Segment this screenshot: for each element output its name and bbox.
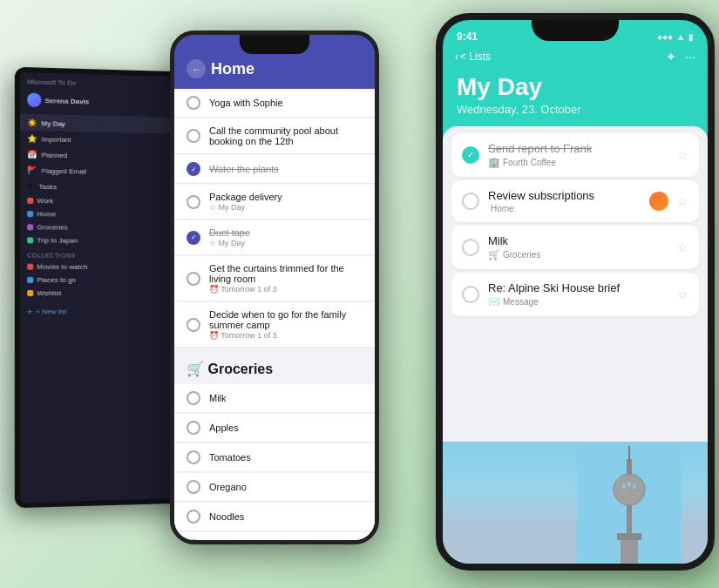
signal-icon: ●●● xyxy=(657,32,673,42)
pc-task-item[interactable]: Yoga with Sophie xyxy=(174,89,375,118)
task-avatar xyxy=(649,192,668,211)
grocery-checkbox[interactable] xyxy=(187,450,200,464)
pc-list-container: Yoga with Sophie Call the community pool… xyxy=(174,89,375,540)
task-sub: 🛒 Groceries xyxy=(488,249,668,260)
task-checkbox[interactable]: ✓ xyxy=(187,162,200,176)
list-color-dot xyxy=(27,224,33,230)
task-checkbox[interactable] xyxy=(187,129,200,143)
grocery-text: Milk xyxy=(209,393,227,403)
pc-task-item[interactable]: Package delivery ☆ My Day xyxy=(174,185,375,220)
task-radio[interactable] xyxy=(462,239,479,256)
sub-text: Groceries xyxy=(503,250,540,260)
nav-icon: ⭐ xyxy=(27,134,37,143)
groceries-label: Groceries xyxy=(207,362,273,376)
task-done-indicator[interactable]: ✓ xyxy=(462,146,479,164)
svg-rect-9 xyxy=(617,533,641,540)
task-sub: ⏰ Tomorrow 1 of 3 xyxy=(209,331,363,340)
pc-task-item[interactable]: Call the community pool about booking on… xyxy=(174,118,375,154)
pr-task-card-3[interactable]: Re: Alpine Ski House brief ✉️ Message ☆ xyxy=(451,273,699,316)
nav-icon: ☀️ xyxy=(27,118,37,127)
sun-settings-icon[interactable]: ✦ xyxy=(666,50,676,64)
task-text: Package delivery xyxy=(209,192,282,202)
sub-text: Home xyxy=(491,204,514,213)
pr-back-btn[interactable]: ‹ < Lists xyxy=(455,51,491,63)
task-checkbox[interactable] xyxy=(187,272,200,286)
pc-groceries-header: 🛒 Groceries xyxy=(174,348,375,384)
more-options-icon[interactable]: ··· xyxy=(685,50,695,64)
svg-rect-5 xyxy=(627,482,631,487)
task-checkbox[interactable] xyxy=(187,96,200,110)
task-checkbox[interactable] xyxy=(187,318,200,332)
grocery-checkbox[interactable] xyxy=(187,480,200,494)
task-sub: 🏢 Fourth Coffee xyxy=(488,157,668,168)
grocery-checkbox[interactable] xyxy=(187,510,200,524)
task-content: Milk 🛒 Groceries xyxy=(488,234,668,260)
pr-back-label: < Lists xyxy=(460,51,491,63)
pr-time: 9:41 xyxy=(457,30,478,43)
svg-rect-4 xyxy=(622,483,626,489)
pr-task-card-2[interactable]: Milk 🛒 Groceries ☆ xyxy=(451,226,699,269)
pc-back-button[interactable]: ← xyxy=(187,59,206,78)
tablet-app-title: Microsoft To Do xyxy=(27,78,194,90)
task-content: Send report to Frank 🏢 Fourth Coffee xyxy=(488,142,668,168)
task-sub: ✉️ Message xyxy=(488,296,668,308)
star-icon[interactable]: ☆ xyxy=(677,287,688,301)
task-text: Yoga with Sophie xyxy=(209,98,283,108)
pr-nav-header: ‹ < Lists ✦ ··· xyxy=(443,46,708,67)
phone-center-notch xyxy=(240,35,309,54)
pr-task-card-0[interactable]: ✓ Send report to Frank 🏢 Fourth Coffee ☆ xyxy=(451,133,699,177)
pc-task-item[interactable]: ✓ Water the plants xyxy=(174,155,375,184)
task-radio[interactable] xyxy=(462,286,479,303)
task-checkbox[interactable] xyxy=(187,195,200,209)
task-checkbox[interactable]: ✓ xyxy=(187,231,200,245)
star-icon[interactable]: ☆ xyxy=(677,240,688,254)
tablet-username: Serena Davis xyxy=(45,97,90,105)
grocery-item[interactable]: Milk xyxy=(174,384,375,413)
task-text: Decide when to go for the family summer … xyxy=(209,309,363,330)
task-content: Review subscriptions Home xyxy=(488,189,641,213)
pc-groceries-items: Milk Apples Tomatoes Oregano Noodles Tac… xyxy=(174,384,375,540)
task-content: Re: Alpine Ski House brief ✉️ Message xyxy=(488,281,668,308)
task-radio[interactable] xyxy=(462,193,479,210)
pr-header-actions: ✦ ··· xyxy=(666,50,695,64)
pr-background-image xyxy=(443,442,708,564)
pr-task-card-1[interactable]: Review subscriptions Home ☆ xyxy=(451,180,699,222)
pc-task-item[interactable]: ✓ Duct tape ☆ My Day xyxy=(174,220,375,255)
pr-day-title: My Day xyxy=(457,74,694,101)
nav-icon: 📅 xyxy=(27,150,37,159)
collection-dot xyxy=(27,277,33,283)
pr-day-subtitle: Wednesday, 23. October xyxy=(457,103,694,116)
grocery-item[interactable]: Apples xyxy=(174,414,375,443)
grocery-checkbox[interactable] xyxy=(187,391,200,405)
grocery-checkbox[interactable] xyxy=(187,421,200,435)
wifi-icon: ▲ xyxy=(676,32,685,42)
phone-right-notch xyxy=(532,20,619,41)
list-color-dot xyxy=(27,237,33,243)
task-title: Re: Alpine Ski House brief xyxy=(488,281,668,294)
grocery-item[interactable]: Noodles xyxy=(174,503,375,531)
grocery-text: Noodles xyxy=(209,511,244,522)
sub-icon: ✉️ xyxy=(488,296,500,308)
task-sub: ☆ My Day xyxy=(209,239,250,247)
pc-task-item[interactable]: Get the curtains trimmed for the living … xyxy=(174,256,375,301)
tablet-avatar xyxy=(27,93,41,108)
grocery-item[interactable]: Taco Night? xyxy=(174,532,375,540)
task-title: Send report to Frank xyxy=(488,142,668,155)
grocery-checkbox[interactable] xyxy=(187,539,200,540)
phone-right-device: 9:41 ●●● ▲ ▮ ‹ < Lists ✦ ··· My Day Wedn… xyxy=(436,13,715,571)
collection-dot xyxy=(27,290,33,296)
grocery-item[interactable]: Tomatoes xyxy=(174,443,375,472)
pc-groceries-title: 🛒 Groceries xyxy=(187,361,363,377)
star-icon[interactable]: ☆ xyxy=(677,148,688,162)
tablet-new-list-label: + New list xyxy=(36,308,66,315)
pc-task-item[interactable]: Decide when to go for the family summer … xyxy=(174,302,375,348)
task-text: Water the plants xyxy=(209,164,279,174)
battery-icon: ▮ xyxy=(688,32,694,42)
grocery-item[interactable]: Oregano xyxy=(174,473,375,502)
task-text: Get the curtains trimmed for the living … xyxy=(209,263,363,284)
groceries-icon: 🛒 xyxy=(187,362,204,376)
pr-status-icons: ●●● ▲ ▮ xyxy=(657,32,694,42)
list-color-dot xyxy=(27,198,33,204)
task-sub: Home xyxy=(488,204,641,213)
star-icon[interactable]: ☆ xyxy=(677,194,688,208)
